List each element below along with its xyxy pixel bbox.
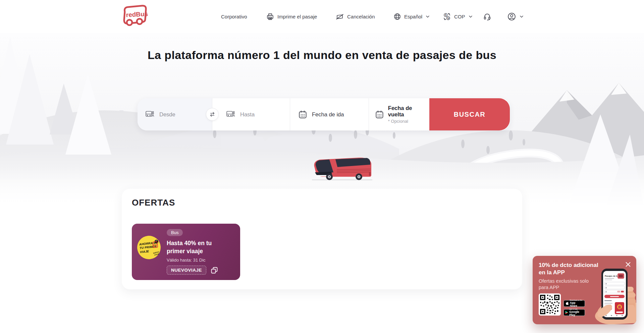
close-icon — [625, 262, 631, 267]
hand-holding-phone-image: Pasajes de bus — [584, 268, 636, 324]
nav-currency-selector[interactable]: $ N COP — [443, 0, 472, 33]
offers-title: OFERTAS — [132, 198, 175, 208]
google-play-icon — [565, 311, 568, 315]
coupon-code[interactable]: NUEVOVIAJE — [167, 266, 206, 275]
return-optional-label: * Opcional — [388, 119, 429, 124]
departure-date-label: Fecha de ida — [312, 111, 344, 118]
nav-language-label: Español — [404, 14, 422, 19]
headset-icon — [483, 12, 491, 21]
nav-cancellation-label: Cancelación — [347, 14, 375, 19]
nav-cancellation[interactable]: Cancelación — [335, 0, 375, 33]
search-button-label: BUSCAR — [454, 111, 486, 118]
offer-body: Bus Hasta 40% en tu primer viaaje Válido… — [167, 229, 236, 275]
page-title: La plataforma número 1 del mundo en vent… — [0, 49, 644, 62]
return-date-field[interactable]: Fecha de vuelta * Opcional — [369, 98, 429, 130]
redbus-home-page: La plataforma número 1 del mundo en vent… — [0, 0, 644, 333]
bus-boarding-icon — [226, 110, 236, 119]
search-bar: Desde Hasta — [138, 98, 510, 130]
offer-card[interactable]: AHORRA EN TU PRIMER VIAJE NUEVO VIAJE Bu… — [132, 224, 240, 280]
return-date-label: Fecha de vuelta — [388, 105, 429, 118]
currency-exchange-icon: $ N — [443, 12, 451, 21]
swap-arrows-icon — [209, 111, 215, 117]
printer-icon — [266, 12, 274, 21]
svg-text:N: N — [447, 17, 449, 20]
nav-support[interactable] — [483, 0, 491, 33]
search-button[interactable]: BUSCAR — [429, 98, 510, 130]
offer-sticker: AHORRA EN TU PRIMER VIAJE NUEVO VIAJE — [136, 235, 162, 261]
departure-date-field[interactable]: Fecha de ida — [290, 98, 369, 130]
chevron-down-icon — [469, 15, 472, 18]
app-promo-banner: 10% de dcto adicional en la APP Ofertas … — [533, 256, 636, 324]
nav-print-label: Imprime el pasaje — [277, 14, 317, 19]
nav-corporativo-label: Corporativo — [221, 14, 247, 19]
account-icon — [507, 12, 516, 21]
top-navigation-bar: redBus Corporativo Imprime el pasaje Can… — [0, 0, 644, 33]
nav-currency-label: COP — [454, 14, 465, 19]
close-banner-button[interactable] — [624, 260, 632, 269]
calendar-icon — [298, 110, 307, 119]
copy-icon — [210, 266, 218, 274]
nav-corporativo[interactable]: Corporativo — [221, 0, 247, 33]
offers-section: OFERTAS AHORRA EN TU PRIMER VIAJE NUEVO … — [122, 189, 522, 289]
from-placeholder: Desde — [159, 111, 175, 118]
google-play-label: Google Play — [569, 311, 583, 316]
sticker-line: VIAJE — [140, 249, 149, 254]
nav-print-ticket[interactable]: Imprime el pasaje — [266, 0, 317, 33]
to-field[interactable]: Hasta — [212, 98, 290, 130]
offer-title: Hasta 40% en tu primer viaaje — [167, 239, 230, 255]
apple-icon — [565, 301, 569, 306]
ticket-cancel-icon — [335, 13, 344, 21]
chevron-down-icon — [426, 15, 429, 18]
bus-boarding-icon — [145, 110, 155, 119]
bus-illustration — [309, 155, 376, 182]
to-placeholder: Hasta — [240, 111, 255, 118]
app-store-label: App Store — [570, 301, 583, 307]
calendar-icon — [375, 110, 384, 119]
nav-language-selector[interactable]: Español — [393, 0, 429, 33]
swap-cities-button[interactable] — [206, 108, 219, 121]
sticker-bus-icon — [151, 239, 160, 249]
sticker-subtext: NUEVO VIAJE — [152, 251, 161, 256]
offer-validity: Válido hasta: 31 Dic — [167, 258, 236, 263]
logo-text: redBus — [126, 10, 148, 18]
offer-tag: Bus — [167, 229, 183, 236]
svg-text:$: $ — [445, 13, 446, 16]
copy-code-button[interactable] — [210, 266, 218, 274]
redbus-logo[interactable]: redBus — [121, 4, 148, 28]
hero-section: La plataforma número 1 del mundo en vent… — [0, 33, 644, 207]
nav-account[interactable] — [507, 0, 523, 33]
app-store-badge[interactable]: Download on the App Store — [564, 300, 585, 307]
chevron-down-icon — [520, 15, 523, 18]
globe-icon — [393, 13, 401, 20]
qr-code — [539, 293, 561, 316]
from-field[interactable]: Desde — [138, 98, 212, 130]
google-play-badge[interactable]: GET IT ON Google Play — [564, 309, 585, 316]
